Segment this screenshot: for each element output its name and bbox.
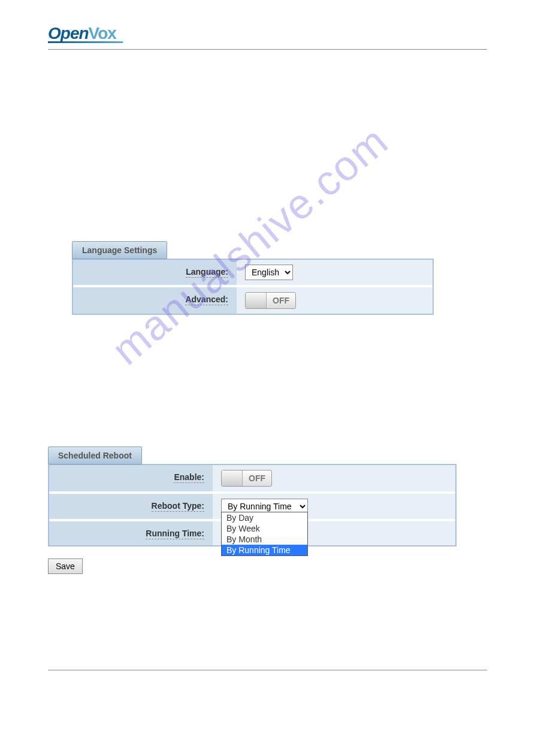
advanced-label: Advanced: — [73, 287, 237, 314]
language-label: Language: — [73, 260, 237, 285]
language-settings-table: Language: English Advanced: OFF — [72, 259, 434, 315]
advanced-toggle[interactable]: OFF — [245, 292, 296, 309]
dropdown-option-month[interactable]: By Month — [222, 534, 307, 545]
toggle-state: OFF — [267, 293, 295, 308]
enable-label: Enable: — [49, 465, 213, 491]
logo-part1: Open — [48, 24, 89, 42]
dropdown-option-running-time[interactable]: By Running Time — [222, 545, 307, 555]
reboot-type-dropdown: By Day By Week By Month By Running Time — [221, 512, 308, 556]
reboot-type-label: Reboot Type: — [49, 494, 213, 519]
scheduled-reboot-table: Enable: OFF Reboot Type: By Running Time… — [48, 464, 457, 546]
running-time-label: Running Time: — [49, 521, 213, 545]
scheduled-reboot-header: Scheduled Reboot — [48, 447, 142, 464]
toggle-handle — [246, 293, 267, 308]
logo: OpenVox — [48, 24, 487, 43]
dropdown-option-week[interactable]: By Week — [222, 523, 307, 534]
language-select[interactable]: English — [245, 265, 293, 280]
save-button[interactable]: Save — [48, 558, 83, 574]
dropdown-option-day[interactable]: By Day — [222, 512, 307, 523]
language-settings-header: Language Settings — [72, 241, 167, 259]
footer-divider — [48, 670, 487, 670]
page-header: OpenVox — [48, 24, 487, 50]
toggle-state: OFF — [243, 470, 271, 486]
enable-toggle[interactable]: OFF — [221, 470, 272, 487]
toggle-handle — [222, 470, 243, 486]
logo-part2: Vox — [89, 24, 116, 42]
